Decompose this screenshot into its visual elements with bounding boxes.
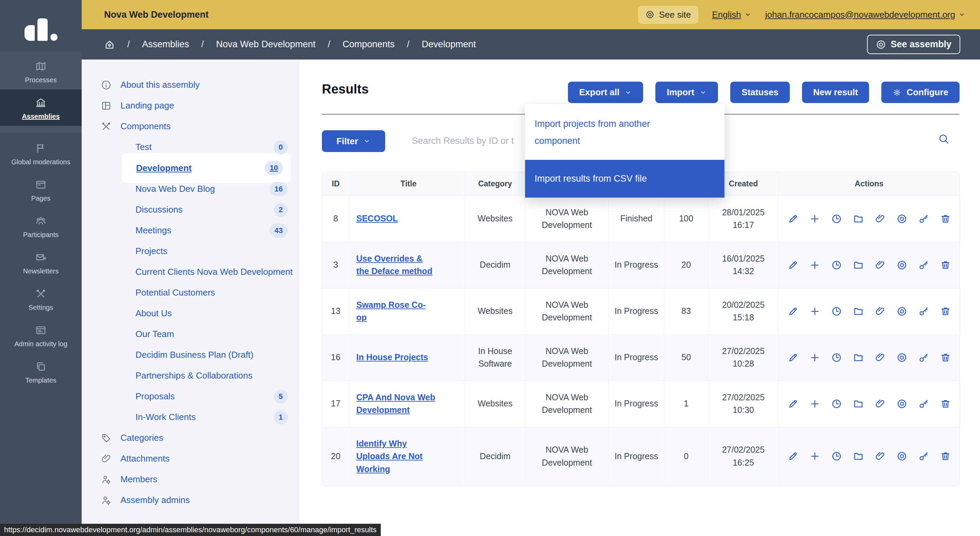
attachments-icon[interactable] xyxy=(875,399,885,409)
result-title-link[interactable]: In House Projects xyxy=(356,351,428,364)
delete-icon[interactable] xyxy=(940,352,951,363)
folder-icon[interactable] xyxy=(853,306,864,317)
breadcrumb-item[interactable]: Development xyxy=(407,39,476,50)
edit-icon[interactable] xyxy=(788,399,798,409)
permissions-icon[interactable] xyxy=(918,214,929,224)
subnav-item[interactable]: Members xyxy=(82,469,299,490)
permissions-icon[interactable] xyxy=(918,451,929,461)
preview-icon[interactable] xyxy=(897,352,907,363)
history-icon[interactable] xyxy=(831,306,842,317)
subnav-item[interactable]: Discussions 2 xyxy=(82,199,299,220)
preview-icon[interactable] xyxy=(897,214,907,224)
preview-icon[interactable] xyxy=(897,306,907,317)
subnav-item[interactable]: About Us xyxy=(82,303,299,324)
delete-icon[interactable] xyxy=(940,399,951,409)
history-icon[interactable] xyxy=(831,214,842,224)
permissions-icon[interactable] xyxy=(918,352,929,363)
subnav-item[interactable]: Our Team xyxy=(82,324,299,344)
delete-icon[interactable] xyxy=(940,451,951,461)
folder-icon[interactable] xyxy=(853,451,864,461)
subnav-item[interactable]: Current Clients Nova Web Development xyxy=(82,262,299,282)
history-icon[interactable] xyxy=(831,260,842,270)
see-site-button[interactable]: See site xyxy=(638,6,698,24)
add-icon[interactable] xyxy=(810,352,820,363)
result-title-link[interactable]: SECOSOL xyxy=(356,212,398,225)
subnav-item[interactable]: Partnerships & Collaborations xyxy=(82,365,299,386)
add-icon[interactable] xyxy=(810,399,820,409)
permissions-icon[interactable] xyxy=(918,260,929,270)
result-title-link[interactable]: Use Overrides & the Deface method xyxy=(356,252,436,278)
folder-icon[interactable] xyxy=(853,352,864,363)
delete-icon[interactable] xyxy=(940,214,951,224)
breadcrumb-item[interactable]: Assemblies xyxy=(127,39,189,50)
edit-icon[interactable] xyxy=(788,306,798,317)
attachments-icon[interactable] xyxy=(875,260,885,270)
sidebar-item[interactable]: Admin activity log xyxy=(0,317,82,354)
import-dropdown-item[interactable]: Import results from CSV file xyxy=(525,160,724,198)
subnav-item[interactable]: Attachments xyxy=(82,448,299,469)
search-icon[interactable] xyxy=(938,133,950,144)
breadcrumb-item[interactable]: Components xyxy=(328,39,395,50)
import-button[interactable]: Import xyxy=(655,82,718,103)
sidebar-item[interactable]: Participants xyxy=(0,208,82,244)
attachments-icon[interactable] xyxy=(875,214,885,224)
subnav-item[interactable]: Projects xyxy=(82,241,299,262)
folder-icon[interactable] xyxy=(853,214,864,224)
permissions-icon[interactable] xyxy=(918,306,929,317)
result-title-link[interactable]: Swamp Rose Co-op xyxy=(356,299,436,324)
subnav-item[interactable]: Potential Customers xyxy=(82,282,299,303)
delete-icon[interactable] xyxy=(940,260,951,270)
permissions-icon[interactable] xyxy=(918,399,929,409)
add-icon[interactable] xyxy=(810,214,820,224)
breadcrumb-item[interactable]: Nova Web Development xyxy=(202,39,316,50)
subnav-item[interactable]: Components xyxy=(82,116,299,137)
new-result-button[interactable]: New result xyxy=(802,82,869,103)
statuses-button[interactable]: Statuses xyxy=(730,82,789,103)
folder-icon[interactable] xyxy=(853,260,864,270)
sidebar-item[interactable]: Pages xyxy=(0,171,82,208)
subnav-item[interactable]: Decidim Business Plan (Draft) xyxy=(82,344,299,365)
result-title-link[interactable]: Identify Why Uploads Are Not Working xyxy=(356,438,436,476)
subnav-item[interactable]: Proposals 5 xyxy=(82,386,299,407)
history-icon[interactable] xyxy=(831,451,842,461)
sidebar-item[interactable]: Global moderations xyxy=(0,135,82,171)
home-icon[interactable] xyxy=(104,39,115,50)
preview-icon[interactable] xyxy=(897,260,907,270)
history-icon[interactable] xyxy=(831,352,842,363)
edit-icon[interactable] xyxy=(788,451,798,461)
attachments-icon[interactable] xyxy=(875,352,885,363)
subnav-item[interactable]: Landing page xyxy=(82,95,299,116)
edit-icon[interactable] xyxy=(788,214,798,224)
see-assembly-button[interactable]: See assembly xyxy=(867,35,960,54)
subnav-item[interactable]: About this assembly xyxy=(82,75,299,95)
filter-button[interactable]: Filter xyxy=(322,130,385,152)
result-title-link[interactable]: CPA And Nova Web Development xyxy=(356,391,436,417)
add-icon[interactable] xyxy=(810,260,820,270)
language-selector[interactable]: English xyxy=(712,10,751,20)
sidebar-item[interactable]: Assemblies xyxy=(0,89,82,126)
attachments-icon[interactable] xyxy=(875,451,885,461)
sidebar-item[interactable]: Templates xyxy=(0,354,82,390)
import-dropdown-item[interactable]: Import projects from another component xyxy=(525,104,724,160)
subnav-item[interactable]: Assembly admins xyxy=(82,490,299,511)
preview-icon[interactable] xyxy=(897,451,907,461)
subnav-item[interactable]: Meetings 43 xyxy=(82,220,299,241)
sidebar-item[interactable]: Settings xyxy=(0,281,82,317)
attachments-icon[interactable] xyxy=(875,306,885,317)
subnav-item[interactable]: Nova Web Dev Blog 16 xyxy=(82,179,299,199)
folder-icon[interactable] xyxy=(853,399,864,409)
add-icon[interactable] xyxy=(810,451,820,461)
add-icon[interactable] xyxy=(810,306,820,317)
configure-button[interactable]: Configure xyxy=(881,82,959,103)
delete-icon[interactable] xyxy=(940,306,951,317)
edit-icon[interactable] xyxy=(788,352,798,363)
export-all-button[interactable]: Export all xyxy=(568,82,643,103)
subnav-item[interactable]: In-Work Clients 1 xyxy=(82,407,299,428)
sidebar-item[interactable]: Processes xyxy=(0,53,82,89)
subnav-item[interactable]: Categories xyxy=(82,428,299,448)
preview-icon[interactable] xyxy=(897,399,907,409)
history-icon[interactable] xyxy=(831,399,842,409)
edit-icon[interactable] xyxy=(788,260,798,270)
user-menu[interactable]: johan.francocampos@novawebdevelopment.or… xyxy=(765,10,966,20)
sidebar-item[interactable]: Newsletters xyxy=(0,244,82,281)
